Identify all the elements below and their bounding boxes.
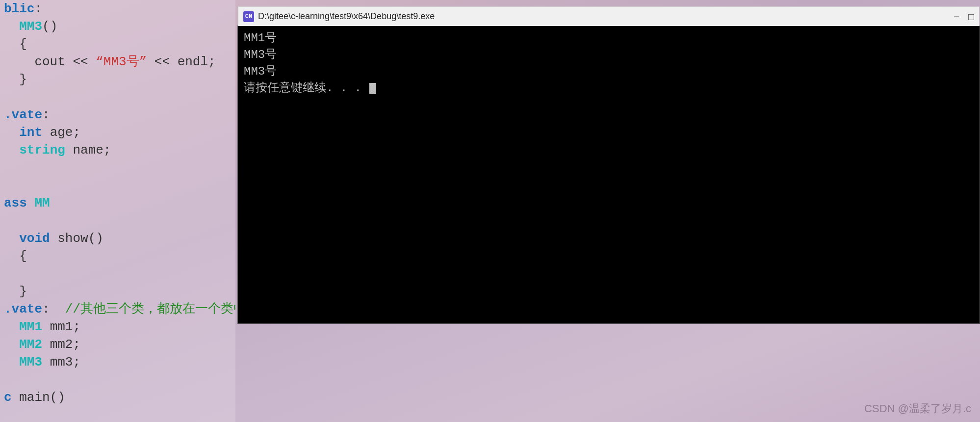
code-line	[4, 265, 235, 283]
terminal-output-line: MM3号	[244, 47, 974, 63]
code-content: blic: MM3() { cout << “MM3号” << endl; } …	[0, 0, 235, 422]
terminal-app-icon: CN	[243, 11, 254, 22]
code-editor-panel: blic: MM3() { cout << “MM3号” << endl; } …	[0, 0, 235, 422]
code-line	[4, 406, 235, 422]
code-line: .vate:	[4, 106, 235, 124]
code-line: ass MM	[4, 194, 235, 212]
minimize-button[interactable]: −	[954, 12, 959, 22]
terminal-title: D:\gitee\c-learning\test9\x64\Debug\test…	[258, 11, 954, 22]
terminal-controls: − □	[954, 12, 974, 22]
code-line: cout << “MM3号” << endl;	[4, 53, 235, 71]
code-line	[4, 177, 235, 194]
terminal-output-line: MM3号	[244, 63, 974, 80]
terminal-output-line: MM1号	[244, 30, 974, 47]
code-line: .vate: //其他三个类，都放在一个类中，当做一	[4, 300, 235, 318]
code-line: {	[4, 35, 235, 53]
code-line: }	[4, 283, 235, 300]
terminal-cursor	[369, 83, 376, 94]
code-line: MM1 mm1;	[4, 318, 235, 336]
code-line: void show()	[4, 230, 235, 247]
code-line	[4, 212, 235, 230]
code-line	[4, 88, 235, 106]
watermark: CSDN @温柔了岁月.c	[864, 401, 971, 416]
code-line	[4, 159, 235, 177]
code-line: string name;	[4, 141, 235, 159]
code-line: int age;	[4, 124, 235, 141]
code-line: {	[4, 247, 235, 265]
code-line: MM3()	[4, 18, 235, 35]
terminal-body: MM1号 MM3号 MM3号 请按任意键继续. . .	[238, 26, 980, 323]
code-line: blic:	[4, 0, 235, 18]
terminal-titlebar: CN D:\gitee\c-learning\test9\x64\Debug\t…	[238, 6, 980, 26]
maximize-button[interactable]: □	[968, 12, 974, 22]
code-line: }	[4, 71, 235, 88]
terminal-output-line: 请按任意键继续. . .	[244, 80, 974, 97]
code-line: c main()	[4, 389, 235, 406]
code-line: MM3 mm3;	[4, 353, 235, 371]
terminal-window[interactable]: CN D:\gitee\c-learning\test9\x64\Debug\t…	[237, 26, 980, 324]
code-line	[4, 371, 235, 389]
code-line: MM2 mm2;	[4, 336, 235, 353]
